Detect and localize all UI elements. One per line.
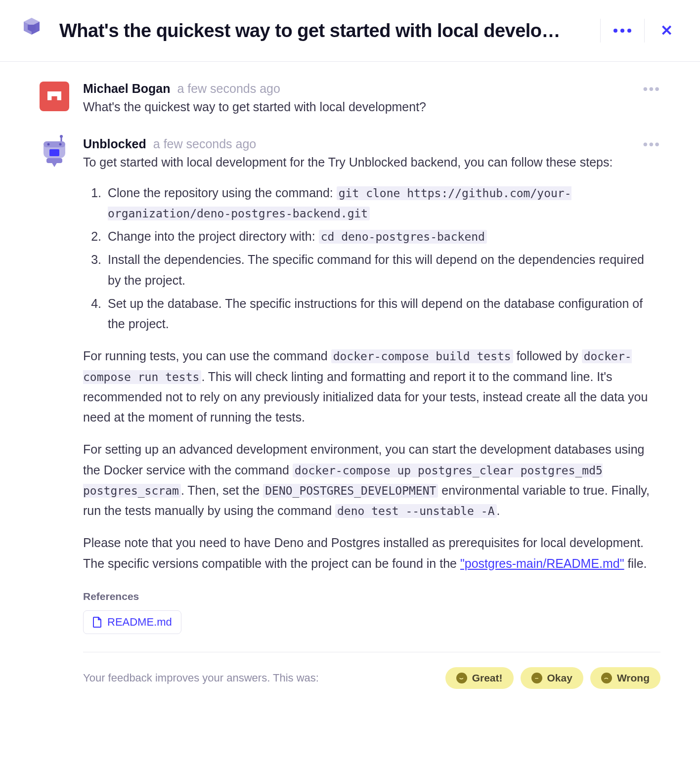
- message-body: Michael Bogan a few seconds ago ••• What…: [83, 82, 660, 117]
- code-snippet: deno test --unstable -A: [335, 504, 497, 518]
- close-icon: ✕: [660, 23, 673, 38]
- more-button[interactable]: [605, 15, 640, 46]
- file-icon: [92, 616, 102, 628]
- text-run: .: [497, 504, 500, 517]
- references-heading: References: [83, 591, 660, 602]
- message-bot: Unblocked a few seconds ago ••• To get s…: [40, 137, 660, 689]
- message-header: Michael Bogan a few seconds ago •••: [83, 82, 660, 96]
- message-more-button[interactable]: •••: [643, 85, 660, 92]
- code-snippet: cd deno-postgres-backend: [319, 230, 487, 244]
- app-logo: [16, 15, 47, 46]
- list-item: Set up the database. The specific instru…: [105, 294, 660, 335]
- feedback-label: Wrong: [617, 672, 650, 684]
- intro-paragraph: To get started with local development fo…: [83, 152, 660, 172]
- code-snippet: DENO_POSTGRES_DEVELOPMENT: [263, 484, 438, 498]
- more-horizontal-icon: •••: [643, 81, 660, 96]
- conversation-body: Michael Bogan a few seconds ago ••• What…: [0, 62, 700, 723]
- divider: [644, 19, 645, 43]
- header-actions: ✕: [600, 15, 684, 46]
- svg-marker-12: [51, 162, 57, 167]
- list-item: Install the dependencies. The specific c…: [105, 250, 660, 291]
- message-body: Unblocked a few seconds ago ••• To get s…: [83, 137, 660, 689]
- svg-point-7: [59, 143, 62, 146]
- header-bar: What's the quickest way to get started w…: [0, 0, 700, 62]
- code-snippet: docker-compose build tests: [331, 349, 513, 363]
- user-avatar: [40, 82, 69, 111]
- paragraph-tests: For running tests, you can use the comma…: [83, 346, 660, 427]
- text-run: For running tests, you can use the comma…: [83, 349, 331, 363]
- feedback-prompt: Your feedback improves your answers. Thi…: [83, 672, 438, 684]
- more-horizontal-icon: [613, 29, 631, 33]
- text-run: . Then, set the: [181, 483, 263, 497]
- feedback-wrong-button[interactable]: ⌢ Wrong: [590, 667, 660, 689]
- list-item: Change into the project directory with: …: [105, 226, 660, 247]
- feedback-great-button[interactable]: ⌣ Great!: [445, 667, 514, 689]
- message-header: Unblocked a few seconds ago •••: [83, 137, 660, 151]
- feedback-bar: Your feedback improves your answers. Thi…: [83, 652, 660, 689]
- smile-icon: ⌣: [456, 673, 467, 683]
- paragraph-advanced: For setting up an advanced development e…: [83, 439, 660, 521]
- svg-point-6: [47, 143, 50, 146]
- message-user: Michael Bogan a few seconds ago ••• What…: [40, 82, 660, 117]
- text-run: file.: [624, 556, 647, 570]
- timestamp: a few seconds ago: [177, 82, 280, 96]
- neutral-icon: –: [531, 673, 542, 683]
- message-text: To get started with local development fo…: [83, 152, 660, 574]
- feedback-label: Great!: [472, 672, 503, 684]
- close-button[interactable]: ✕: [649, 15, 684, 46]
- message-text: What's the quickest way to get started w…: [83, 97, 660, 117]
- feedback-okay-button[interactable]: – Okay: [521, 667, 583, 689]
- timestamp: a few seconds ago: [153, 137, 256, 151]
- readme-link[interactable]: "postgres-main/README.md": [460, 556, 624, 570]
- author-name: Michael Bogan: [83, 82, 170, 96]
- steps-list: Clone the repository using the command: …: [105, 183, 660, 335]
- svg-point-9: [60, 135, 63, 138]
- step-text: Change into the project directory with:: [108, 229, 319, 243]
- list-item: Clone the repository using the command: …: [105, 183, 660, 224]
- paragraph-note: Please note that you need to have Deno a…: [83, 533, 660, 574]
- reference-label: README.md: [107, 616, 172, 629]
- text-run: followed by: [513, 349, 582, 363]
- divider: [600, 19, 601, 43]
- page-title: What's the quickest way to get started w…: [59, 20, 588, 42]
- author-name: Unblocked: [83, 137, 146, 151]
- more-horizontal-icon: •••: [643, 136, 660, 152]
- message-more-button[interactable]: •••: [643, 141, 660, 148]
- frown-icon: ⌢: [601, 673, 612, 683]
- step-text: Clone the repository using the command:: [108, 186, 337, 200]
- svg-rect-10: [49, 149, 59, 156]
- svg-rect-5: [44, 141, 65, 147]
- reference-chip[interactable]: README.md: [83, 610, 181, 634]
- bot-avatar: [40, 137, 69, 167]
- feedback-label: Okay: [547, 672, 572, 684]
